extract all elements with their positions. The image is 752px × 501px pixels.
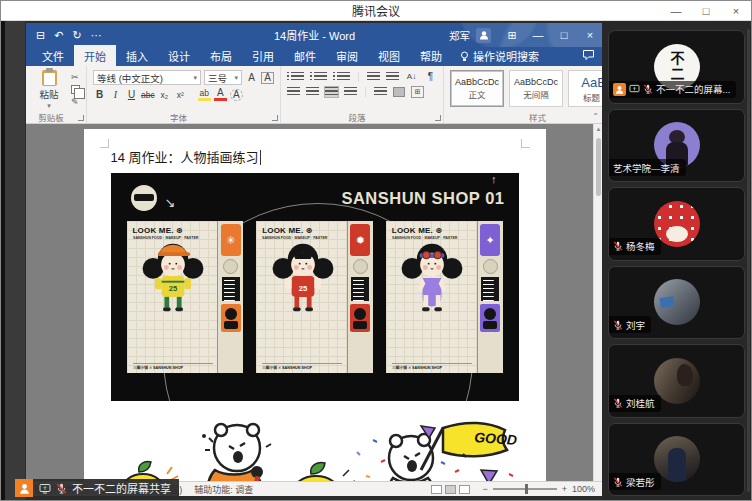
minimize-icon[interactable]: —: [661, 1, 691, 20]
print-layout-icon[interactable]: [445, 485, 456, 494]
font-name-combo[interactable]: 等线 (中文正文) ▾: [93, 70, 201, 85]
ribbon-display-options-icon[interactable]: ⊞: [499, 23, 525, 47]
align-justify-icon[interactable]: [325, 87, 338, 97]
enclose-char-icon[interactable]: A: [230, 89, 243, 101]
save-icon[interactable]: ⊟: [36, 29, 45, 42]
bullets-icon[interactable]: [291, 72, 304, 82]
tab-file[interactable]: 文件: [32, 45, 74, 66]
participant-label: 艺术学院—李清: [609, 159, 686, 176]
screen-share-banner: 不一不二的屏幕共享: [15, 479, 179, 497]
zoom-slider-thumb[interactable]: [525, 484, 529, 494]
collapse-ribbon-icon[interactable]: ⌃: [592, 112, 599, 121]
zoom-slider[interactable]: [493, 488, 557, 490]
card-chip: [223, 259, 238, 274]
participant-name: 刘桂航: [626, 396, 655, 410]
tab-insert[interactable]: 插入: [116, 45, 158, 66]
participant-tile[interactable]: 艺术学院—李清: [608, 109, 745, 183]
tab-home[interactable]: 开始: [74, 45, 116, 66]
document-area[interactable]: 14 周作业：人物插画练习 ↘ ↑ SANSHUN SHOP 01: [26, 124, 603, 481]
numbering-icon[interactable]: [314, 72, 327, 82]
avatar[interactable]: [476, 28, 491, 43]
align-left-icon[interactable]: [287, 87, 300, 97]
undo-icon[interactable]: ↶: [54, 29, 63, 42]
poster-image[interactable]: ↘ ↑ SANSHUN SHOP 01 LOOK ME. ⊛ SANSHUN F…: [111, 173, 519, 401]
tab-review[interactable]: 审阅: [326, 45, 368, 66]
character-card-3: LOOK ME. ⊛ SANSHUN FOOD · MAKEUP · PASTE…: [386, 221, 503, 373]
word-window: ⊟ ↶ ↻ ⋯ 14周作业 - Word 郑军 ⊞: [26, 23, 603, 496]
paste-button[interactable]: 粘贴 ▾: [32, 70, 66, 110]
web-layout-icon[interactable]: [459, 485, 470, 494]
mic-muted-icon: [613, 477, 623, 487]
tab-references[interactable]: 引用: [242, 45, 284, 66]
word-close-icon[interactable]: ×: [577, 23, 603, 47]
sharer-pill: 不一不二的屏幕共享: [33, 479, 179, 497]
participant-tile[interactable]: 刘桂航: [608, 344, 745, 418]
comments-icon[interactable]: [582, 49, 595, 63]
italic-icon[interactable]: I: [109, 88, 122, 101]
arrow-up-icon: ↑: [491, 173, 497, 185]
participants-sidebar: 不二 不一不二的屏幕... 艺: [602, 21, 751, 500]
tab-view[interactable]: 视图: [368, 45, 410, 66]
scrollbar-thumb[interactable]: [596, 138, 601, 196]
tab-mailings[interactable]: 邮件: [284, 45, 326, 66]
maximize-icon[interactable]: □: [691, 1, 721, 20]
dialog-launcher-icon[interactable]: [272, 115, 278, 121]
zoom-out-icon[interactable]: −: [482, 484, 487, 494]
participant-name: 梁若彤: [626, 475, 655, 489]
cut-icon[interactable]: ✂: [71, 72, 80, 82]
ribbon: 粘贴 ▾ ✂ ✎ 剪贴板: [26, 66, 603, 124]
font-size-combo[interactable]: 三号 ▾: [204, 70, 242, 85]
dialog-launcher-icon[interactable]: [78, 115, 84, 121]
tell-me-search[interactable]: 操作说明搜索: [452, 48, 547, 66]
char-border-icon[interactable]: A: [261, 72, 274, 84]
font-color-icon[interactable]: A: [214, 88, 227, 101]
style-normal[interactable]: AaBbCcDc 正文: [450, 70, 504, 107]
close-icon[interactable]: ×: [721, 1, 751, 20]
character-girl-goggles: [396, 238, 468, 314]
redo-icon[interactable]: ↻: [72, 29, 81, 42]
highlight-icon[interactable]: ab: [198, 88, 211, 101]
increase-indent-icon[interactable]: [386, 72, 399, 82]
style-no-spacing[interactable]: AaBbCcDc 无间隔: [509, 70, 563, 107]
word-minimize-icon[interactable]: —: [525, 23, 551, 47]
copy-icon[interactable]: [71, 85, 80, 94]
increase-font-icon[interactable]: A: [245, 71, 258, 84]
svg-text:GOOD: GOOD: [473, 429, 517, 448]
strikethrough-icon[interactable]: abc: [141, 88, 155, 101]
participant-tile[interactable]: 刘宇: [608, 266, 745, 340]
participant-tile[interactable]: 梁若彤: [608, 423, 745, 497]
document-page[interactable]: 14 周作业：人物插画练习 ↘ ↑ SANSHUN SHOP 01: [84, 129, 546, 481]
pilcrow-icon[interactable]: ¶: [424, 70, 437, 83]
distribute-icon[interactable]: [344, 87, 357, 97]
zoom-in-icon[interactable]: +: [562, 484, 567, 494]
shading-icon[interactable]: [393, 87, 405, 97]
line-spacing-icon[interactable]: [374, 87, 387, 97]
customize-toolbar-icon[interactable]: ⋯: [91, 29, 102, 42]
align-center-icon[interactable]: [306, 87, 319, 97]
zoom-control: − + 100%: [482, 484, 595, 494]
underline-icon[interactable]: U: [125, 88, 138, 101]
dialog-launcher-icon[interactable]: [435, 115, 441, 121]
sort-icon[interactable]: A↓: [405, 70, 418, 83]
accessibility-status[interactable]: 辅助功能: 调查: [194, 483, 253, 496]
tab-layout[interactable]: 布局: [200, 45, 242, 66]
ribbon-tab-bar: 文件 开始 插入 设计 布局 引用 邮件 审阅 视图 帮助 操: [26, 47, 603, 66]
tab-design[interactable]: 设计: [158, 45, 200, 66]
word-restore-icon[interactable]: □: [551, 23, 577, 47]
superscript-icon[interactable]: x²: [174, 88, 187, 101]
svg-text:25: 25: [169, 284, 178, 293]
view-switcher[interactable]: [431, 485, 470, 494]
participant-tile[interactable]: 不二 不一不二的屏幕...: [608, 30, 745, 104]
bold-icon[interactable]: B: [93, 88, 106, 101]
participant-tile[interactable]: 杨冬梅: [608, 187, 745, 261]
zoom-level[interactable]: 100%: [572, 484, 595, 494]
multilevel-list-icon[interactable]: [337, 72, 350, 82]
tab-help[interactable]: 帮助: [410, 45, 452, 66]
subscript-icon[interactable]: x₂: [158, 88, 171, 101]
sharer-person-icon: [15, 479, 33, 497]
borders-icon[interactable]: ⊞: [411, 86, 424, 98]
participant-name: 杨冬梅: [626, 239, 655, 253]
decrease-indent-icon[interactable]: [367, 72, 380, 82]
card-chip: [353, 259, 368, 274]
read-mode-icon[interactable]: [431, 485, 442, 494]
